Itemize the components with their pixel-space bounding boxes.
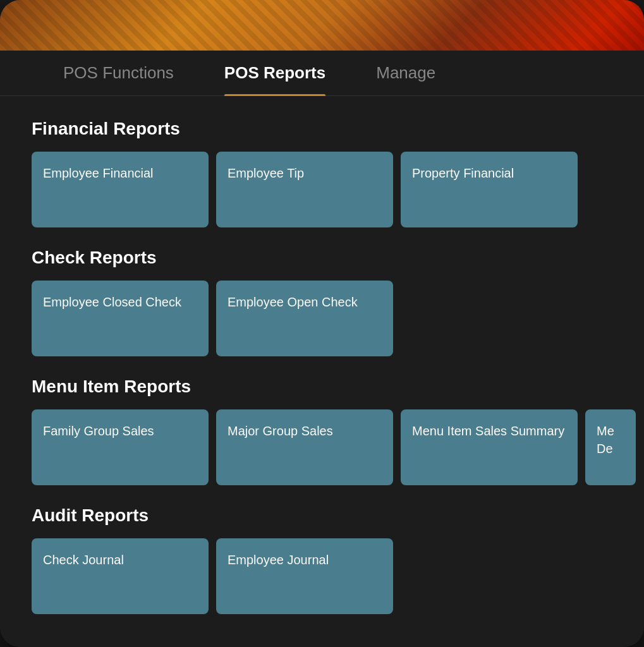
section-check-reports: Check Reports Employee Closed Check Empl… [32, 248, 612, 356]
card-check-journal[interactable]: Check Journal [32, 538, 209, 614]
check-reports-title: Check Reports [32, 248, 612, 268]
card-employee-journal[interactable]: Employee Journal [216, 538, 393, 614]
financial-reports-title: Financial Reports [32, 119, 612, 139]
audit-reports-title: Audit Reports [32, 505, 612, 526]
section-financial-reports: Financial Reports Employee Financial Emp… [32, 119, 612, 227]
card-major-group-sales[interactable]: Major Group Sales [216, 409, 393, 485]
card-menu-item-sales-summary[interactable]: Menu Item Sales Summary [401, 409, 578, 485]
menu-item-reports-grid: Family Group Sales Major Group Sales Men… [32, 409, 612, 485]
nav-tabs: POS Functions POS Reports Manage [0, 51, 644, 96]
section-menu-item-reports: Menu Item Reports Family Group Sales Maj… [32, 377, 612, 485]
card-property-financial[interactable]: Property Financial [401, 152, 578, 227]
tab-pos-functions[interactable]: POS Functions [38, 51, 199, 96]
tab-pos-reports[interactable]: POS Reports [199, 51, 351, 96]
tab-manage[interactable]: Manage [351, 51, 461, 96]
card-family-group-sales[interactable]: Family Group Sales [32, 409, 209, 485]
audit-reports-grid: Check Journal Employee Journal [32, 538, 612, 614]
card-employee-financial[interactable]: Employee Financial [32, 152, 209, 227]
card-employee-closed-check[interactable]: Employee Closed Check [32, 281, 209, 356]
card-employee-open-check[interactable]: Employee Open Check [216, 281, 393, 356]
check-reports-grid: Employee Closed Check Employee Open Chec… [32, 281, 612, 356]
card-employee-tip[interactable]: Employee Tip [216, 152, 393, 227]
main-content: Financial Reports Employee Financial Emp… [0, 96, 644, 647]
device-frame: POS Functions POS Reports Manage Financi… [0, 0, 644, 647]
section-audit-reports: Audit Reports Check Journal Employee Jou… [32, 505, 612, 614]
card-partial-menu-detail[interactable]: MeDe [585, 409, 636, 485]
financial-reports-grid: Employee Financial Employee Tip Property… [32, 152, 612, 227]
top-banner [0, 0, 644, 51]
menu-item-reports-title: Menu Item Reports [32, 377, 612, 397]
